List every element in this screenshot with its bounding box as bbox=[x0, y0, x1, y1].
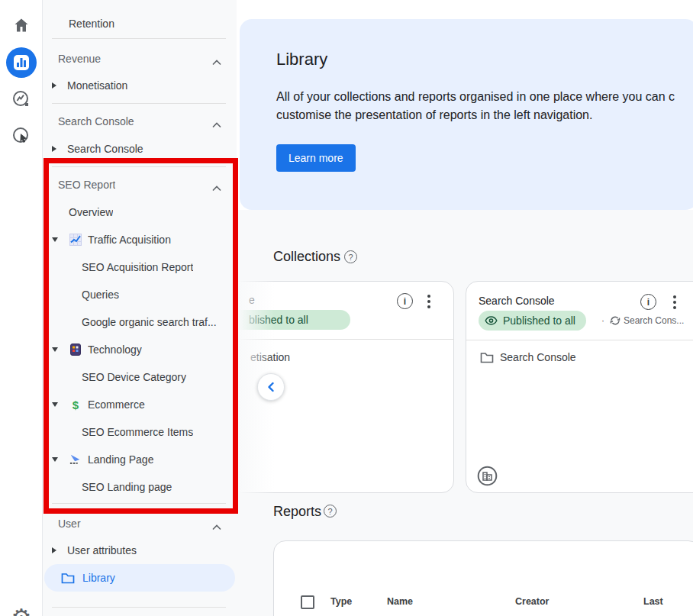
sidebar-item-label: SEO Landing page bbox=[82, 481, 172, 493]
sidebar-item-label: SEO Device Category bbox=[82, 371, 186, 383]
folder-icon bbox=[61, 572, 75, 584]
reports-active-circle bbox=[6, 47, 37, 78]
sidebar-item-label: Landing Page bbox=[88, 453, 153, 466]
section-label: Search Console bbox=[58, 115, 134, 127]
caret-right-icon[interactable] bbox=[52, 547, 56, 553]
learn-more-button[interactable]: Learn more bbox=[276, 144, 356, 172]
organization-building-icon bbox=[477, 466, 498, 486]
sidebar-item-technology[interactable]: Technology bbox=[43, 336, 237, 363]
analytics-library-page: ⚙ Retention Revenue Monetisation Search … bbox=[0, 0, 693, 616]
sidebar-item-label: Ecommerce bbox=[88, 398, 145, 411]
collection-report-item[interactable]: Search Console bbox=[500, 351, 576, 363]
collection-card-title: Search Console bbox=[479, 295, 555, 307]
sidebar-item-traffic-acquisition[interactable]: Traffic Acquisition bbox=[43, 226, 237, 253]
sidebar-item-seo-ecommerce-items[interactable]: SEO Ecommerce Items bbox=[43, 418, 237, 446]
sidebar-divider bbox=[52, 503, 226, 504]
sidebar-item-user-attributes[interactable]: User attributes bbox=[43, 537, 237, 564]
separator-dot: · bbox=[601, 315, 604, 326]
sidebar-item-queries[interactable]: Queries bbox=[43, 281, 237, 308]
caret-down-icon[interactable] bbox=[52, 347, 58, 352]
section-label: User bbox=[58, 518, 81, 530]
sidebar-item-landing-page[interactable]: Landing Page bbox=[43, 446, 237, 473]
home-icon[interactable] bbox=[5, 9, 37, 41]
sidebar-item-google-organic-search-traffic[interactable]: Google organic search traf... bbox=[43, 308, 237, 336]
page-title: Library bbox=[276, 50, 327, 69]
chevron-up-icon[interactable] bbox=[212, 118, 221, 131]
collection-card-search-console[interactable]: Search Console i Published to all · Sear… bbox=[466, 281, 693, 493]
nav-rail: ⚙ bbox=[0, 0, 43, 616]
sidebar-section-search-console[interactable]: Search Console bbox=[43, 108, 237, 135]
info-icon[interactable]: i bbox=[640, 294, 656, 310]
explore-icon[interactable] bbox=[5, 83, 37, 115]
eye-icon bbox=[485, 316, 498, 325]
gear-glyph: ⚙ bbox=[11, 606, 32, 616]
sidebar-section-revenue[interactable]: Revenue bbox=[43, 45, 237, 73]
sidebar-divider bbox=[52, 38, 226, 39]
sidebar-item-seo-device-category[interactable]: SEO Device Category bbox=[43, 363, 237, 391]
advertising-icon[interactable] bbox=[5, 120, 37, 152]
info-icon[interactable]: i bbox=[397, 293, 413, 309]
help-icon[interactable]: ? bbox=[344, 250, 357, 263]
sidebar-item-monetisation[interactable]: Monetisation bbox=[43, 72, 237, 99]
column-header-name[interactable]: Name bbox=[387, 596, 413, 607]
sidebar-item-label: Monetisation bbox=[67, 79, 127, 92]
sidebar-item-library-selected[interactable]: Library bbox=[44, 564, 235, 592]
select-all-checkbox[interactable] bbox=[301, 595, 314, 609]
collections-carousel: e blished to all i etisation Search Cons… bbox=[238, 275, 693, 496]
column-header-last-modified[interactable]: Last bbox=[643, 596, 663, 607]
settings-gear-icon[interactable]: ⚙ bbox=[5, 601, 37, 616]
sidebar-section-user[interactable]: User bbox=[43, 510, 237, 537]
sidebar-item-overview[interactable]: Overview bbox=[43, 198, 237, 226]
dollar-icon: $ bbox=[69, 398, 82, 411]
sidebar-item-label: Google organic search traf... bbox=[82, 316, 217, 328]
library-info-banner: Library All of your collections and repo… bbox=[240, 19, 693, 210]
reports-icon[interactable] bbox=[5, 47, 37, 79]
reports-heading: Reports bbox=[273, 504, 321, 520]
section-label: SEO Report bbox=[58, 179, 115, 191]
sidebar-item-seo-acquisition-report[interactable]: SEO Acquisition Report bbox=[43, 253, 237, 281]
linked-property-label: Search Cons... bbox=[624, 315, 684, 326]
reports-table-card: Type Name Creator Last bbox=[273, 540, 693, 616]
sidebar-divider bbox=[52, 607, 226, 608]
caret-down-icon[interactable] bbox=[52, 457, 58, 462]
caret-right-icon[interactable] bbox=[52, 82, 56, 89]
sidebar-item-label: Retention bbox=[69, 18, 114, 30]
sidebar-divider bbox=[52, 166, 226, 167]
sidebar-item-label: Overview bbox=[69, 206, 113, 218]
caret-down-icon[interactable] bbox=[52, 237, 58, 242]
line-chart-icon bbox=[69, 234, 82, 246]
card-divider bbox=[466, 340, 693, 340]
sidebar-collapse-button[interactable] bbox=[257, 373, 285, 401]
sidebar-item-label: SEO Acquisition Report bbox=[82, 261, 193, 273]
caret-right-icon[interactable] bbox=[52, 146, 56, 152]
badge-label: Published to all bbox=[503, 314, 575, 327]
sidebar-item-ecommerce[interactable]: $ Ecommerce bbox=[43, 391, 237, 418]
chevron-up-icon[interactable] bbox=[212, 56, 221, 68]
banner-description-line1: All of your collections and reports orga… bbox=[276, 90, 675, 104]
folder-icon bbox=[480, 352, 494, 363]
tech-grid-icon bbox=[69, 343, 82, 356]
plane-landing-icon bbox=[69, 453, 82, 466]
sidebar-item-label: Queries bbox=[82, 289, 119, 301]
help-icon[interactable]: ? bbox=[324, 505, 337, 518]
sidebar-section-seo-report[interactable]: SEO Report bbox=[43, 171, 237, 198]
sidebar-item-label: Technology bbox=[88, 343, 142, 356]
main-content: Library All of your collections and repo… bbox=[237, 0, 693, 616]
column-header-type[interactable]: Type bbox=[330, 596, 352, 607]
caret-down-icon[interactable] bbox=[52, 402, 58, 407]
section-label: Revenue bbox=[58, 53, 101, 65]
more-options-icon[interactable] bbox=[427, 300, 430, 303]
chevron-up-icon[interactable] bbox=[212, 521, 221, 533]
sidebar-item-retention[interactable]: Retention bbox=[43, 10, 237, 37]
linked-property-icon bbox=[610, 315, 620, 326]
sidebar-divider bbox=[52, 103, 226, 104]
sidebar-item-label: Traffic Acquisition bbox=[88, 234, 171, 246]
column-header-creator[interactable]: Creator bbox=[515, 596, 549, 607]
sidebar-item-label: Search Console bbox=[67, 143, 143, 155]
more-options-icon[interactable] bbox=[673, 301, 676, 304]
sidebar-item-seo-landing-page[interactable]: SEO Landing page bbox=[43, 473, 237, 501]
sidebar-item-search-console[interactable]: Search Console bbox=[43, 135, 237, 163]
chevron-up-icon[interactable] bbox=[212, 182, 221, 194]
sidebar-item-label: SEO Ecommerce Items bbox=[82, 426, 193, 438]
banner-description-line2: customise the presentation of reports in… bbox=[276, 108, 592, 122]
